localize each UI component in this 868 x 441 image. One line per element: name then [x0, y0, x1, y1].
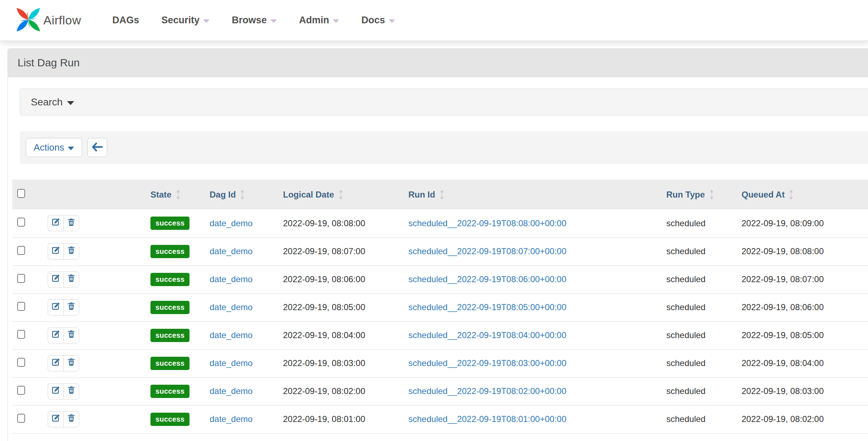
dag-id-link[interactable]: date_demo [210, 274, 253, 284]
state-cell: success [150, 237, 210, 265]
sort-toggle[interactable]: State [150, 189, 210, 200]
queued-at-cell: 2022-09-19, 08:08:00 [742, 237, 868, 265]
sort-icon [240, 189, 245, 200]
nav-label: Docs [361, 15, 385, 26]
state-badge: success [150, 273, 190, 286]
page-title: List Dag Run [8, 49, 868, 77]
run-type-cell: scheduled [666, 321, 742, 349]
edit-run-button[interactable] [48, 299, 63, 316]
row-checkbox[interactable] [17, 386, 25, 395]
edit-icon [51, 246, 61, 257]
delete-run-button[interactable] [63, 299, 79, 316]
caret-down-icon [68, 147, 74, 150]
sort-toggle[interactable]: Run Type [666, 189, 742, 200]
state-cell: success [150, 209, 210, 237]
dag-id-cell: date_demo [210, 237, 283, 265]
sort-toggle[interactable]: Queued At [742, 189, 868, 200]
nav-link-dags[interactable]: DAGs [101, 15, 150, 26]
edit-run-button[interactable] [48, 327, 63, 343]
nav-label: Admin [299, 15, 329, 26]
queued-at-cell: 2022-09-19, 08:05:00 [742, 321, 868, 349]
column-label: Dag Id [210, 190, 236, 200]
edit-run-button[interactable] [48, 243, 63, 260]
state-badge: success [150, 217, 190, 230]
dag-id-link[interactable]: date_demo [210, 330, 253, 340]
run-id-link[interactable]: scheduled__2022-09-19T08:06:00+00:00 [408, 274, 566, 284]
table-row: successdate_demo2022-09-19, 08:03:00sche… [12, 349, 868, 377]
table-row: successdate_demo2022-09-19, 08:06:00sche… [12, 265, 868, 293]
run-id-link[interactable]: scheduled__2022-09-19T08:03:00+00:00 [408, 358, 566, 368]
state-cell: success [150, 377, 210, 405]
run-id-link[interactable]: scheduled__2022-09-19T08:08:00+00:00 [408, 218, 566, 228]
select-all-checkbox[interactable] [17, 189, 25, 198]
nav-link-browse[interactable]: Browse [221, 15, 288, 26]
dag-id-cell: date_demo [210, 293, 283, 321]
run-id-link[interactable]: scheduled__2022-09-19T08:04:00+00:00 [408, 330, 566, 340]
delete-run-button[interactable] [63, 243, 79, 260]
edit-run-button[interactable] [48, 271, 63, 288]
select-cell [12, 321, 47, 349]
actions-cell [47, 349, 150, 377]
run-type-cell: scheduled [666, 293, 742, 321]
run-id-link[interactable]: scheduled__2022-09-19T08:01:00+00:00 [408, 414, 566, 424]
state-badge: success [150, 357, 190, 370]
row-checkbox[interactable] [17, 274, 25, 283]
sort-icon [176, 189, 181, 200]
row-checkbox[interactable] [17, 218, 25, 227]
edit-run-button[interactable] [48, 383, 63, 399]
row-checkbox[interactable] [17, 246, 25, 255]
dag-id-link[interactable]: date_demo [210, 218, 253, 228]
nav-label: DAGs [112, 15, 139, 26]
edit-run-button[interactable] [48, 355, 63, 371]
dag-id-link[interactable]: date_demo [210, 246, 253, 256]
airflow-brand[interactable]: Airflow [15, 6, 81, 35]
run-id-cell: scheduled__2022-09-19T08:06:00+00:00 [408, 265, 666, 293]
select-cell [12, 209, 47, 237]
delete-run-button[interactable] [63, 411, 79, 427]
caret-down-icon [333, 19, 339, 23]
search-dropdown[interactable]: Search [20, 89, 868, 115]
back-button[interactable] [87, 138, 107, 157]
dag-id-link[interactable]: date_demo [210, 358, 253, 368]
nav-link-security[interactable]: Security [150, 15, 221, 26]
column-header-queued-at: Queued At [742, 180, 868, 209]
select-cell [12, 237, 47, 265]
edit-run-button[interactable] [48, 215, 63, 231]
nav-link-docs[interactable]: Docs [350, 15, 406, 26]
dag-id-link[interactable]: date_demo [210, 302, 253, 312]
state-badge: success [150, 329, 190, 342]
run-id-link[interactable]: scheduled__2022-09-19T08:05:00+00:00 [408, 302, 566, 312]
row-actions-group [48, 327, 79, 343]
sort-toggle[interactable]: Dag Id [210, 189, 283, 200]
row-checkbox[interactable] [17, 302, 25, 311]
sort-toggle[interactable]: Run Id [408, 189, 666, 200]
state-cell: success [150, 349, 210, 377]
actions-dropdown-button[interactable]: Actions [26, 138, 82, 157]
delete-run-button[interactable] [63, 355, 79, 371]
nav-link-admin[interactable]: Admin [288, 15, 350, 26]
delete-run-button[interactable] [63, 383, 79, 399]
dag-id-cell: date_demo [210, 321, 283, 349]
row-checkbox[interactable] [17, 414, 25, 423]
nav-item-admin: Admin [288, 0, 350, 41]
dag-id-link[interactable]: date_demo [210, 414, 253, 424]
run-id-link[interactable]: scheduled__2022-09-19T08:02:00+00:00 [408, 386, 566, 396]
delete-run-button[interactable] [63, 215, 79, 231]
edit-run-button[interactable] [48, 411, 63, 427]
nav-label: Security [162, 15, 200, 26]
run-id-link[interactable]: scheduled__2022-09-19T08:07:00+00:00 [408, 246, 566, 256]
sort-icon [339, 189, 343, 200]
caret-down-icon [389, 19, 395, 23]
state-badge: success [150, 413, 190, 426]
delete-run-button[interactable] [63, 271, 79, 288]
sort-toggle[interactable]: Logical Date [283, 189, 408, 200]
caret-down-icon [67, 101, 74, 105]
dag-id-link[interactable]: date_demo [210, 386, 253, 396]
nav-label: Browse [232, 15, 267, 26]
queued-at-cell: 2022-09-19, 08:03:00 [742, 377, 868, 405]
select-cell [12, 405, 47, 433]
row-actions-group [48, 299, 79, 316]
delete-run-button[interactable] [63, 327, 79, 343]
row-checkbox[interactable] [17, 358, 25, 367]
row-checkbox[interactable] [17, 330, 25, 339]
